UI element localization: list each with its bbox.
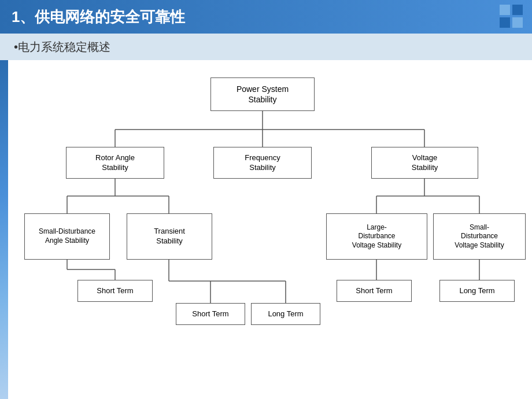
box-short-term-2: Short Term	[176, 303, 245, 325]
slide: 1、供电网络的安全可靠性 •电力系统稳定概述	[0, 0, 532, 399]
left-accent-bar	[0, 60, 8, 399]
box-short-term-1: Short Term	[77, 280, 153, 302]
main-content: Power SystemStability Rotor AngleStabili…	[8, 60, 532, 399]
sub-header-text: •电力系统稳定概述	[14, 39, 110, 55]
box-small-disturbance-voltage: Small-DisturbanceVoltage Stability	[433, 213, 526, 260]
box-rotor-angle: Rotor AngleStability	[66, 147, 164, 179]
deco-sq-3	[500, 17, 510, 28]
box-transient: TransientStability	[127, 213, 212, 260]
decorative-squares	[500, 5, 523, 28]
deco-sq-4	[512, 17, 523, 28]
box-large-disturbance: Large-DisturbanceVoltage Stability	[326, 213, 427, 260]
box-voltage: VoltageStability	[371, 147, 478, 179]
deco-sq-2	[512, 5, 523, 15]
deco-sq-1	[500, 5, 510, 15]
tree-diagram: Power SystemStability Rotor AngleStabili…	[20, 66, 529, 390]
box-long-term-2: Long Term	[439, 280, 515, 302]
box-small-disturbance-angle: Small-DisturbanceAngle Stability	[24, 213, 110, 260]
box-long-term-1: Long Term	[251, 303, 320, 325]
box-root: Power SystemStability	[210, 77, 315, 111]
slide-title: 1、供电网络的安全可靠性	[12, 7, 185, 27]
box-frequency: FrequencyStability	[213, 147, 312, 179]
box-short-term-3: Short Term	[337, 280, 412, 302]
header-bar: 1、供电网络的安全可靠性	[0, 0, 532, 34]
sub-header: •电力系统稳定概述	[0, 34, 532, 60]
